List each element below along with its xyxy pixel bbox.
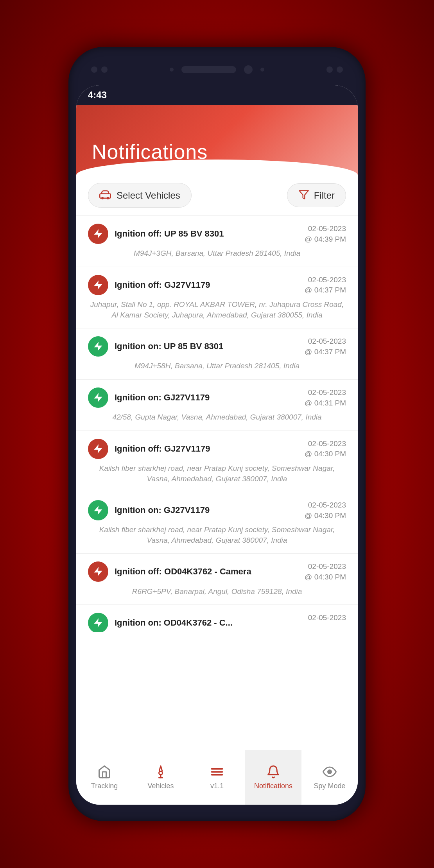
filter-icon (298, 189, 309, 201)
nav-item-notifications[interactable]: Notifications (245, 750, 301, 805)
notch-dot-right (326, 66, 333, 73)
notification-time: 02-05-2023@ 04:30 PM (305, 500, 346, 521)
ignition-on-icon (88, 387, 108, 408)
nav-label-spy-mode: Spy Mode (314, 782, 345, 790)
filter-button[interactable]: Filter (287, 183, 346, 207)
nav-item-menu[interactable]: v1.1 (189, 750, 245, 805)
ignition-off-icon (88, 275, 108, 295)
select-vehicles-label: Select Vehicles (117, 190, 180, 201)
notifications-list: Ignition off: UP 85 BV 8301 02-05-2023@ … (76, 216, 358, 750)
notification-time: 02-05-2023@ 04:31 PM (305, 387, 346, 408)
notification-title: Ignition on: GJ27V1179 (115, 505, 210, 515)
notification-title: Ignition off: UP 85 BV 8301 (115, 229, 224, 239)
svg-marker-9 (94, 506, 102, 515)
list-item[interactable]: Ignition on: GJ27V1179 02-05-2023@ 04:31… (76, 380, 358, 431)
list-item[interactable]: Ignition off: GJ27V1179 02-05-2023@ 04:3… (76, 267, 358, 328)
filter-label: Filter (314, 190, 335, 201)
svg-marker-5 (94, 280, 102, 289)
svg-marker-11 (94, 619, 102, 628)
nav-label-notifications: Notifications (254, 782, 292, 790)
notification-title: Ignition off: GJ27V1179 (115, 444, 210, 454)
app-header: Notifications (76, 105, 358, 175)
nav-label-version: v1.1 (210, 782, 224, 790)
list-item[interactable]: Ignition off: UP 85 BV 8301 02-05-2023@ … (76, 216, 358, 267)
list-item[interactable]: Ignition on: OD04K3762 - C... 02-05-2023 (76, 605, 358, 632)
notch-dot-small2 (260, 68, 264, 72)
svg-marker-3 (299, 191, 308, 199)
svg-marker-6 (94, 342, 102, 351)
notification-title: Ignition off: OD04K3762 - Camera (115, 567, 251, 577)
notch-dot-left2 (101, 66, 108, 73)
nav-label-tracking: Tracking (91, 782, 118, 790)
nav-item-vehicles[interactable]: Vehicles (133, 750, 189, 805)
notification-address: 42/58, Gupta Nagar, Vasna, Ahmedabad, Gu… (88, 412, 346, 423)
notification-title: Ignition on: OD04K3762 - C... (115, 618, 233, 628)
notification-time: 02-05-2023@ 04:30 PM (305, 561, 346, 582)
nav-item-tracking[interactable]: Tracking (76, 750, 133, 805)
ignition-on-icon (88, 336, 108, 357)
ignition-off-icon (88, 439, 108, 459)
svg-marker-10 (94, 567, 102, 576)
phone-notch-bar (75, 54, 359, 85)
vehicles-icon (154, 765, 168, 779)
notification-time: 02-05-2023 (308, 613, 346, 623)
car-icon (99, 189, 111, 202)
notification-address: Kailsh fiber sharkhej road, near Pratap … (88, 525, 346, 545)
notch-dot-small (170, 68, 174, 72)
nav-item-spy-mode[interactable]: Spy Mode (301, 750, 358, 805)
notification-time: 02-05-2023@ 04:30 PM (305, 439, 346, 459)
notification-address: M94J+58H, Barsana, Uttar Pradesh 281405,… (88, 361, 346, 371)
list-item[interactable]: Ignition off: OD04K3762 - Camera 02-05-2… (76, 554, 358, 605)
ignition-on-icon (88, 500, 108, 520)
list-item[interactable]: Ignition off: GJ27V1179 02-05-2023@ 04:3… (76, 431, 358, 492)
notification-address: Kailsh fiber sharkhej road, near Pratap … (88, 463, 346, 484)
ignition-off-icon (88, 224, 108, 244)
notification-title: Ignition off: GJ27V1179 (115, 280, 210, 290)
notification-address: Juhapur, Stall No 1, opp. ROYAL AKBAR TO… (88, 299, 346, 320)
menu-icon (210, 765, 224, 779)
list-item[interactable]: Ignition on: GJ27V1179 02-05-2023@ 04:30… (76, 492, 358, 554)
notification-time: 02-05-2023@ 04:39 PM (305, 224, 346, 244)
svg-point-17 (329, 771, 331, 773)
phone-screen: 4:43 Notifications Select Vehicles (76, 85, 358, 805)
status-time: 4:43 (88, 90, 107, 100)
notification-time: 02-05-2023@ 04:37 PM (305, 336, 346, 357)
ignition-off-icon (88, 561, 108, 582)
phone-outer: 4:43 Notifications Select Vehicles (68, 47, 366, 821)
page-title: Notifications (92, 140, 208, 163)
svg-marker-8 (94, 444, 102, 453)
notification-address: R6RG+5PV, Banarpal, Angul, Odisha 759128… (88, 586, 346, 597)
ignition-on-icon (88, 613, 108, 632)
notch-speaker (181, 66, 236, 73)
status-bar: 4:43 (76, 85, 358, 105)
notch-dot-right2 (337, 66, 343, 73)
svg-rect-0 (100, 194, 111, 198)
select-vehicles-button[interactable]: Select Vehicles (88, 183, 192, 208)
notification-title: Ignition on: UP 85 BV 8301 (115, 341, 223, 352)
home-icon (97, 765, 111, 779)
notch-dot-left (91, 66, 97, 73)
toolbar: Select Vehicles Filter (76, 175, 358, 216)
notification-title: Ignition on: GJ27V1179 (115, 393, 210, 403)
notch-camera (244, 65, 253, 74)
svg-marker-7 (94, 393, 102, 402)
bell-icon (266, 765, 280, 779)
notification-time: 02-05-2023@ 04:37 PM (305, 275, 346, 296)
bottom-nav: Tracking Vehicles v1.1 (76, 750, 358, 805)
spy-mode-icon (323, 765, 337, 779)
list-item[interactable]: Ignition on: UP 85 BV 8301 02-05-2023@ 0… (76, 328, 358, 380)
notification-address: M94J+3GH, Barsana, Uttar Pradesh 281405,… (88, 248, 346, 259)
nav-label-vehicles: Vehicles (147, 782, 174, 790)
svg-marker-4 (94, 229, 102, 238)
